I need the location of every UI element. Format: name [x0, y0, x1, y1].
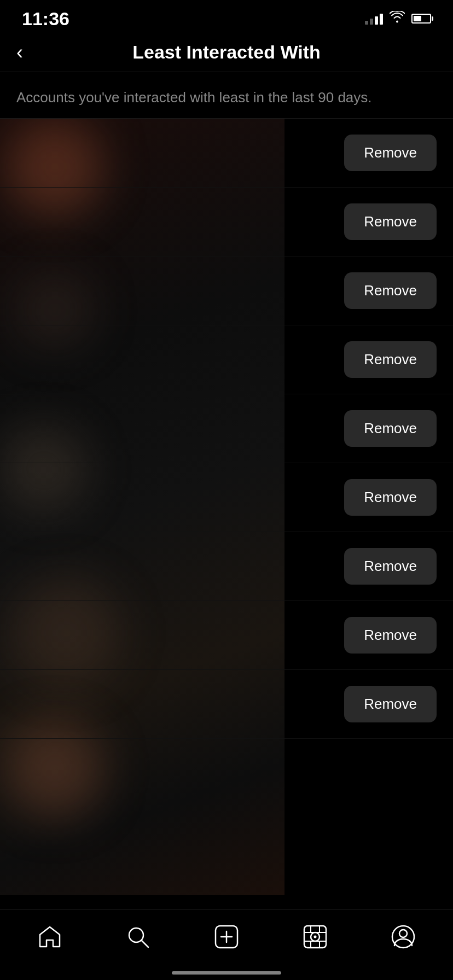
remove-button-4[interactable]: Remove	[344, 341, 437, 378]
wifi-icon	[390, 11, 405, 26]
list-item: Remove	[0, 601, 453, 670]
nav-search[interactable]	[113, 917, 163, 956]
status-bar: 11:36	[0, 0, 453, 33]
create-icon	[212, 923, 241, 951]
bottom-nav	[0, 909, 453, 980]
subtitle-text: Accounts you've interacted with least in…	[0, 72, 453, 119]
svg-point-15	[399, 930, 407, 937]
remove-button-8[interactable]: Remove	[344, 617, 437, 654]
status-time: 11:36	[22, 8, 69, 30]
svg-point-0	[129, 928, 143, 942]
battery-icon	[411, 14, 431, 24]
svg-line-1	[142, 941, 148, 947]
remove-button-6[interactable]: Remove	[344, 479, 437, 516]
list-item: Remove	[0, 532, 453, 601]
remove-button-3[interactable]: Remove	[344, 272, 437, 309]
reels-icon	[301, 923, 329, 951]
remove-button-9[interactable]: Remove	[344, 686, 437, 722]
list-item: Remove	[0, 670, 453, 739]
search-icon	[124, 923, 152, 951]
list-item: Remove	[0, 463, 453, 532]
accounts-list: RemoveRemoveRemoveRemoveRemoveRemoveRemo…	[0, 119, 453, 739]
home-icon	[36, 923, 64, 951]
list-item: Remove	[0, 188, 453, 256]
header: ‹ Least Interacted With	[0, 33, 453, 72]
back-button[interactable]: ‹	[16, 43, 23, 62]
nav-profile[interactable]	[378, 917, 428, 956]
svg-point-7	[313, 935, 316, 938]
content-area: RemoveRemoveRemoveRemoveRemoveRemoveRemo…	[0, 119, 453, 895]
home-indicator	[172, 971, 281, 975]
remove-button-5[interactable]: Remove	[344, 410, 437, 447]
remove-button-7[interactable]: Remove	[344, 548, 437, 585]
signal-icon	[365, 13, 383, 25]
status-icons	[365, 11, 431, 26]
page-title: Least Interacted With	[132, 42, 321, 63]
remove-button-1[interactable]: Remove	[344, 135, 437, 171]
remove-button-2[interactable]: Remove	[344, 203, 437, 240]
nav-create[interactable]	[201, 917, 252, 956]
nav-home[interactable]	[25, 917, 75, 956]
profile-icon	[389, 923, 417, 951]
list-item: Remove	[0, 119, 453, 188]
list-item: Remove	[0, 325, 453, 394]
list-item: Remove	[0, 394, 453, 463]
list-item: Remove	[0, 256, 453, 325]
nav-reels[interactable]	[290, 917, 340, 956]
